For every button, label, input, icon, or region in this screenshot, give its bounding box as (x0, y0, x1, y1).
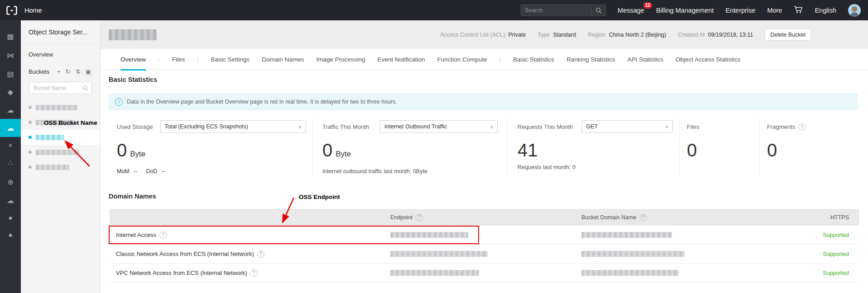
overview-content: Basic Statistics i Data in the Overview … (101, 70, 868, 293)
topbar-right: Message 12 Billing Management Enterprise… (521, 0, 861, 20)
table-row-internet-access: Internet Access ? Supported (110, 226, 859, 245)
used-storage-value: 0 Byte (117, 140, 312, 164)
tools-icon[interactable]: × (0, 137, 21, 155)
tab-object-access-statistics[interactable]: Object Access Statistics (676, 49, 740, 70)
cart-icon[interactable] (794, 5, 803, 15)
endpoint-column-header: Endpoint (390, 214, 412, 221)
bucket-tabbar: Overview | Files | Basic Settings Domain… (101, 49, 868, 70)
files-label: Files (687, 123, 699, 130)
traffic-select[interactable]: Internet Outbound Traffic ∨ (380, 120, 498, 133)
bucket-list-item[interactable] (21, 145, 100, 160)
help-icon[interactable]: ? (416, 214, 423, 221)
tab-event-notification[interactable]: Event Notification (377, 49, 425, 70)
basic-statistics-title: Basic Statistics (109, 76, 157, 83)
bucket-search-input[interactable] (30, 85, 82, 91)
network-nodes-icon[interactable]: ∴ (0, 154, 21, 172)
main-panel: Access Control List (ACL) Private Type S… (101, 20, 868, 293)
billing-management-link[interactable]: Billing Management (656, 7, 714, 14)
table-row-vpc-network: VPC Network Access from ECS (Internal Ne… (110, 264, 859, 283)
tab-domain-names[interactable]: Domain Names (262, 49, 304, 70)
bucket-list-item[interactable] (21, 100, 100, 115)
bucket-list-item[interactable] (21, 160, 100, 175)
tab-api-statistics[interactable]: API Statistics (627, 49, 663, 70)
acl-label: Access Control List (ACL) (440, 32, 505, 38)
domain-names-title: Domain Names (109, 193, 156, 200)
refresh-icon[interactable]: ↻ (66, 68, 71, 75)
bucket-list (21, 100, 100, 175)
console-topology-icon[interactable]: ⋈ (0, 46, 21, 64)
home-link[interactable]: Home (24, 7, 42, 14)
traffic-value: 0 Byte (322, 140, 507, 164)
delete-bucket-button[interactable]: Delete Bucket (765, 28, 811, 41)
used-storage-select[interactable]: Total (Excluding ECS Snapshots) ∨ (160, 120, 306, 133)
language-selector[interactable]: English (815, 7, 836, 14)
bucket-header-band: Access Control List (ACL) Private Type S… (101, 20, 868, 49)
help-icon[interactable]: ? (257, 250, 264, 258)
tab-files[interactable]: Files (172, 49, 185, 70)
bucket-list-item-selected[interactable] (21, 130, 100, 145)
add-bucket-icon[interactable]: + (57, 68, 61, 75)
expand-icon[interactable]: ▣ (86, 68, 91, 75)
created-at-value: 09/19/2018, 13:11 (708, 32, 753, 38)
avatar[interactable] (848, 4, 861, 17)
bucket-list-item[interactable] (21, 115, 100, 130)
tab-basic-settings[interactable]: Basic Settings (211, 49, 250, 70)
search-input[interactable] (521, 7, 591, 14)
tab-basic-statistics[interactable]: Basic Statistics (513, 49, 554, 70)
message-link[interactable]: Message 12 (618, 7, 644, 14)
traffic-card: Traffic This Month Internet Outbound Tra… (312, 118, 507, 178)
traffic-subtext: Internet outbound traffic last month: 0B… (322, 168, 507, 175)
bucket-name-blurred (36, 165, 69, 170)
https-column-header: HTTPS (830, 214, 849, 221)
help-icon[interactable]: ? (250, 269, 258, 277)
requests-subtext: Requests last month: 0 (518, 164, 679, 170)
bucket-name-blurred (36, 105, 77, 110)
oss-cloud-icon[interactable]: ☁ (0, 119, 21, 137)
more-link[interactable]: More (767, 7, 782, 14)
https-status: Supported (823, 270, 849, 276)
server-list-icon[interactable]: ▤ (0, 65, 21, 83)
fragments-value: 0 (767, 140, 858, 160)
region-label: Region (588, 32, 606, 38)
enterprise-link[interactable]: Enterprise (725, 7, 755, 14)
help-icon[interactable]: ? (159, 232, 167, 239)
globe-icon[interactable]: ⊕ (0, 173, 21, 191)
acl-value: Private (508, 32, 526, 38)
service-dot-icon[interactable]: ● (0, 209, 21, 227)
buckets-header: Buckets + ↻ ⇅ ▣ (21, 66, 100, 77)
topbar-search (521, 5, 606, 16)
tab-image-processing[interactable]: Image Processing (316, 49, 365, 70)
used-storage-subtext: MoM-- DoD-- (117, 168, 312, 175)
sidebar-title: Object Storage Ser... (21, 20, 100, 44)
bucket-name-blurred (36, 150, 79, 155)
sort-icon[interactable]: ⇅ (76, 68, 81, 75)
tab-overview[interactable]: Overview (120, 49, 146, 70)
tab-function-compute[interactable]: Function Compute (437, 49, 487, 70)
oss-sidebar: Object Storage Ser... Overview Buckets +… (21, 20, 101, 293)
search-icon[interactable] (591, 5, 605, 15)
bucket-search-box (29, 82, 92, 94)
requests-card: Requests This Month GET ∨ 41 Requests la… (507, 118, 679, 178)
security-shield-icon[interactable]: ◆ (0, 83, 21, 101)
bucket-domain-column-header: Bucket Domain Name (581, 214, 637, 221)
help-icon[interactable]: ? (640, 214, 647, 221)
hybrid-cloud-icon[interactable]: ☁ (0, 191, 21, 209)
requests-select[interactable]: GET ∨ (582, 120, 673, 133)
cloud-storage-icon[interactable]: ☁ (0, 101, 21, 119)
bucket-search-icon[interactable] (82, 85, 88, 91)
bucket-title-blurred (109, 29, 157, 40)
service-dot-2-icon[interactable]: ● (0, 226, 21, 244)
sidebar-item-overview[interactable]: Overview (21, 44, 100, 65)
type-label: Type (537, 32, 550, 38)
apps-grid-icon[interactable]: ▦ (0, 27, 21, 45)
bucket-domain-value-blurred (581, 251, 685, 257)
created-at-label: Created At (678, 32, 705, 38)
bucket-domain-value-blurred (581, 232, 672, 238)
help-icon[interactable]: ? (798, 123, 806, 130)
delay-notice-banner: i Data in the Overview page and Bucket O… (109, 93, 858, 110)
alibaba-cloud-logo-icon[interactable] (6, 5, 18, 15)
oss-console-screen: Home Message 12 Billing Management Enter… (0, 0, 868, 293)
tab-ranking-statistics[interactable]: Ranking Statistics (566, 49, 615, 70)
region-value: China North 2 (Beijing) (609, 32, 666, 38)
row-label: Classic Network Access from ECS (Interna… (116, 250, 254, 257)
